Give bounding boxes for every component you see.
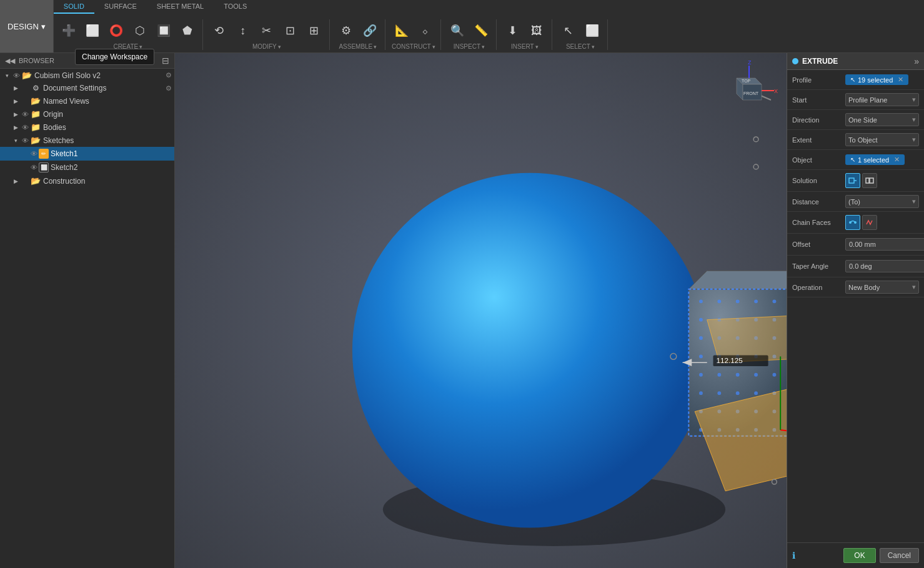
tree-container: ▾👁📂Cubism Girl Solo v2⚙▶⚙Document Settin… <box>0 69 174 187</box>
tree-arrow[interactable]: ▾ <box>11 136 20 145</box>
tree-arrow[interactable]: ▶ <box>11 177 20 186</box>
view-cube[interactable]: Z X FRONT TOP <box>718 59 780 122</box>
cancel-button[interactable]: Cancel <box>880 548 919 563</box>
toolbar-icon-inspect-0[interactable]: 🔍 <box>446 19 469 42</box>
solution-icon-2[interactable] <box>862 173 877 188</box>
section-label-inspect[interactable]: INSPECT <box>454 43 485 50</box>
chain-faces-icon-1[interactable] <box>845 215 860 230</box>
tree-arrow[interactable]: ▶ <box>11 110 20 119</box>
tree-item-sketch2[interactable]: 👁⬜Sketch2 <box>0 161 174 174</box>
solution-icon-1[interactable] <box>845 173 860 188</box>
param-value-object: ↖1 selected✕ <box>845 154 919 165</box>
toolbar-items: ➕⬜⭕⬡🔲⬟CREATE⟲↕✂⊡⊞MODIFY⚙🔗ASSEMBLE📐⬦CONST… <box>54 14 608 52</box>
browser-back-arrow[interactable]: ◀◀ <box>5 57 15 65</box>
toolbar-icon-insert-1[interactable]: 🖼 <box>525 19 548 42</box>
section-label-modify[interactable]: MODIFY <box>252 43 281 50</box>
chain-faces-icon-2[interactable] <box>862 215 877 230</box>
tree-item-document-settings[interactable]: ▶⚙Document Settings⚙ <box>0 82 174 94</box>
badge-close-icon[interactable]: ✕ <box>898 76 903 84</box>
selected-badge-object[interactable]: ↖1 selected✕ <box>845 154 905 165</box>
toolbar-icon-inspect-1[interactable]: 📏 <box>470 19 492 42</box>
tree-item-cubism-girl-solo-v2[interactable]: ▾👁📂Cubism Girl Solo v2⚙ <box>0 69 174 82</box>
input-taper_angle[interactable] <box>845 260 924 272</box>
toolbar-icon-create-1[interactable]: ⬜ <box>81 19 104 42</box>
info-icon[interactable]: ℹ <box>792 551 795 561</box>
toolbar-icon-create-0[interactable]: ➕ <box>57 19 80 42</box>
tree-item-origin[interactable]: ▶👁📁Origin <box>0 107 174 121</box>
toolbar-icon-assemble-1[interactable]: 🔗 <box>359 19 381 42</box>
param-label-operation: Operation <box>792 284 845 291</box>
svg-point-4 <box>772 299 776 303</box>
toolbar-icon-select-0[interactable]: ↖ <box>557 19 580 42</box>
browser-collapse[interactable]: ⊟ <box>162 56 169 66</box>
param-label-object: Object <box>792 156 845 164</box>
tree-item-construction[interactable]: ▶📂Construction <box>0 174 174 187</box>
tree-item-sketches[interactable]: ▾👁📂Sketches <box>0 134 174 147</box>
toolbar-icon-select-1[interactable]: ⬜ <box>581 19 604 42</box>
dropdown-operation[interactable]: New Body <box>845 281 919 294</box>
viewport[interactable]: 112.125 (To) Z <box>175 53 787 568</box>
tree-item-bodies[interactable]: ▶👁📁Bodies <box>0 121 174 134</box>
tree-arrow[interactable]: ▶ <box>11 123 20 132</box>
toolbar-icon-construct-0[interactable]: 📐 <box>390 19 413 42</box>
toolbar-tab-solid[interactable]: SOLID <box>54 0 94 14</box>
eye-icon[interactable]: 👁 <box>11 72 21 79</box>
tree-item-label: Document Settings <box>43 84 164 92</box>
panel-title-text: EXTRUDE <box>802 57 838 66</box>
tree-item-label: Sketch2 <box>51 163 172 172</box>
section-label-select[interactable]: SELECT <box>566 43 595 50</box>
tree-arrow[interactable]: ▶ <box>11 84 20 92</box>
toolbar-icon-create-3[interactable]: ⬡ <box>129 19 151 42</box>
dropdown-extent[interactable]: To Object <box>845 133 919 146</box>
section-label-insert[interactable]: INSERT <box>511 43 539 50</box>
toolbar-section-inspect: 🔍📏INSPECT <box>442 19 497 50</box>
toolbar-tab-sheet-metal[interactable]: SHEET METAL <box>147 0 214 14</box>
toolbar-icon-insert-0[interactable]: ⬇ <box>502 19 524 42</box>
eye-icon[interactable]: 👁 <box>20 111 30 118</box>
toolbar-icon-modify-3[interactable]: ⊡ <box>279 19 302 42</box>
small-circle-4 <box>772 479 777 484</box>
tree-item-sketch1[interactable]: 👁✏Sketch1 <box>0 147 174 161</box>
toolbar-icon-modify-4[interactable]: ⊞ <box>303 19 325 42</box>
tree-item-label: Cubism Girl Solo v2 <box>34 71 164 80</box>
design-button[interactable]: DESIGN <box>0 0 53 52</box>
toolbar-icon-construct-1[interactable]: ⬦ <box>414 19 437 42</box>
settings-gear-icon[interactable]: ⚙ <box>166 84 172 92</box>
eye-icon[interactable]: 👁 <box>20 137 30 144</box>
svg-point-26 <box>717 391 721 395</box>
toolbar-tab-tools[interactable]: TOOLS <box>214 0 257 14</box>
eye-icon[interactable]: 👁 <box>29 164 39 171</box>
input-offset[interactable] <box>845 238 924 251</box>
toolbar-icon-modify-2[interactable]: ✂ <box>256 19 278 42</box>
toolbar-tab-surface[interactable]: SURFACE <box>94 0 147 14</box>
panel-expand-button[interactable]: » <box>914 56 919 66</box>
toolbar-icon-create-5[interactable]: ⬟ <box>176 19 199 42</box>
tab-group: SOLIDSURFACESHEET METALTOOLS ➕⬜⭕⬡🔲⬟CREAT… <box>53 0 608 52</box>
badge-close-icon[interactable]: ✕ <box>894 156 900 164</box>
settings-gear-icon[interactable]: ⚙ <box>166 71 172 79</box>
tree-arrow[interactable]: ▶ <box>11 97 20 106</box>
toolbar-icons-insert: ⬇🖼 <box>502 19 548 42</box>
eye-icon[interactable]: 👁 <box>20 124 30 131</box>
selected-badge-profile[interactable]: ↖19 selected✕ <box>845 74 908 85</box>
svg-point-5 <box>699 318 703 322</box>
dropdown-direction[interactable]: One Side <box>845 113 919 126</box>
toolbar-icon-create-2[interactable]: ⭕ <box>105 19 127 42</box>
toolbar: DESIGN SOLIDSURFACESHEET METALTOOLS ➕⬜⭕⬡… <box>0 0 924 53</box>
section-label-assemble[interactable]: ASSEMBLE <box>339 43 377 50</box>
toolbar-icon-create-4[interactable]: 🔲 <box>152 19 175 42</box>
toolbar-icon-modify-0[interactable]: ⟲ <box>208 19 231 42</box>
tree-item-named-views[interactable]: ▶📂Named Views <box>0 94 174 107</box>
ok-button[interactable]: OK <box>843 548 875 563</box>
panel-title: EXTRUDE <box>792 57 838 66</box>
svg-point-21 <box>717 373 721 377</box>
toolbar-icon-modify-1[interactable]: ↕ <box>232 19 254 42</box>
toolbar-icon-assemble-0[interactable]: ⚙ <box>335 19 357 42</box>
svg-point-3 <box>754 299 758 303</box>
eye-icon[interactable]: 👁 <box>29 150 39 157</box>
dropdown-start[interactable]: Profile Plane <box>845 93 919 106</box>
tree-arrow[interactable]: ▾ <box>2 71 11 80</box>
dropdown-distance[interactable]: (To) <box>845 195 919 208</box>
panel-header: EXTRUDE » <box>787 53 924 70</box>
section-label-construct[interactable]: CONSTRUCT <box>392 43 435 50</box>
